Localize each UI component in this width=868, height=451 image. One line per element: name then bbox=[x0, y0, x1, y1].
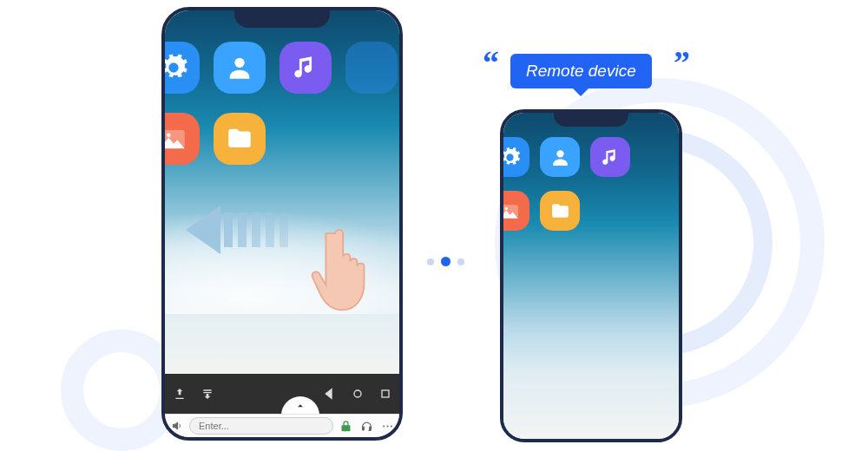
notch bbox=[554, 113, 628, 127]
svg-point-3 bbox=[354, 390, 361, 397]
dot bbox=[457, 258, 464, 265]
arrow-left-icon bbox=[186, 206, 220, 254]
svg-rect-6 bbox=[369, 427, 371, 430]
svg-point-10 bbox=[556, 150, 563, 157]
remote-phone-screen bbox=[503, 113, 679, 439]
link-lock-icon[interactable] bbox=[339, 419, 352, 433]
headset-icon[interactable] bbox=[359, 419, 373, 433]
input-bar bbox=[165, 414, 399, 437]
local-phone-screen[interactable] bbox=[165, 10, 399, 375]
local-phone-frame bbox=[161, 7, 403, 441]
more-icon[interactable] bbox=[380, 419, 394, 433]
remote-device-label: Remote device bbox=[510, 54, 652, 88]
hand-pointer-icon bbox=[306, 219, 384, 314]
app-row-2 bbox=[510, 191, 580, 231]
control-toolbar bbox=[165, 374, 399, 414]
nav-home-button[interactable] bbox=[351, 387, 365, 401]
music-app-icon bbox=[590, 137, 630, 177]
files-app-icon[interactable] bbox=[214, 113, 266, 165]
toolbar-toggle-handle[interactable] bbox=[281, 396, 319, 415]
settings-app-icon bbox=[503, 137, 529, 177]
remote-device-label-text: Remote device bbox=[526, 62, 636, 80]
svg-point-8 bbox=[386, 425, 388, 427]
quote-close-icon: ” bbox=[674, 43, 690, 82]
svg-rect-5 bbox=[362, 427, 364, 430]
partial-app-icon[interactable] bbox=[345, 42, 398, 94]
svg-point-12 bbox=[504, 206, 507, 209]
download-list-button[interactable] bbox=[200, 386, 215, 402]
arrow-trail bbox=[224, 212, 288, 247]
svg-rect-4 bbox=[382, 390, 389, 397]
dot-active bbox=[441, 257, 450, 266]
notch bbox=[234, 10, 330, 28]
svg-point-9 bbox=[390, 425, 391, 427]
quote-open-icon: “ bbox=[483, 43, 499, 82]
gallery-app-icon bbox=[503, 191, 529, 231]
remote-phone-frame bbox=[500, 109, 682, 442]
app-row-1 bbox=[510, 137, 630, 177]
app-row-1 bbox=[175, 42, 363, 94]
svg-point-2 bbox=[167, 133, 171, 137]
text-input[interactable] bbox=[189, 417, 333, 435]
svg-point-7 bbox=[383, 425, 385, 427]
files-app-icon bbox=[540, 191, 580, 231]
settings-app-icon[interactable] bbox=[165, 42, 200, 94]
gallery-app-icon[interactable] bbox=[165, 113, 200, 165]
music-app-icon[interactable] bbox=[279, 42, 332, 94]
dot bbox=[427, 258, 434, 265]
sound-icon[interactable] bbox=[170, 419, 184, 433]
connection-dots bbox=[427, 257, 464, 266]
svg-point-0 bbox=[234, 58, 244, 68]
swipe-left-hint bbox=[186, 206, 288, 254]
nav-recent-button[interactable] bbox=[378, 387, 392, 401]
upload-button[interactable] bbox=[172, 386, 187, 402]
contacts-app-icon[interactable] bbox=[214, 42, 266, 94]
contacts-app-icon bbox=[540, 137, 580, 177]
app-row-2 bbox=[175, 113, 266, 165]
nav-back-button[interactable] bbox=[323, 387, 337, 401]
